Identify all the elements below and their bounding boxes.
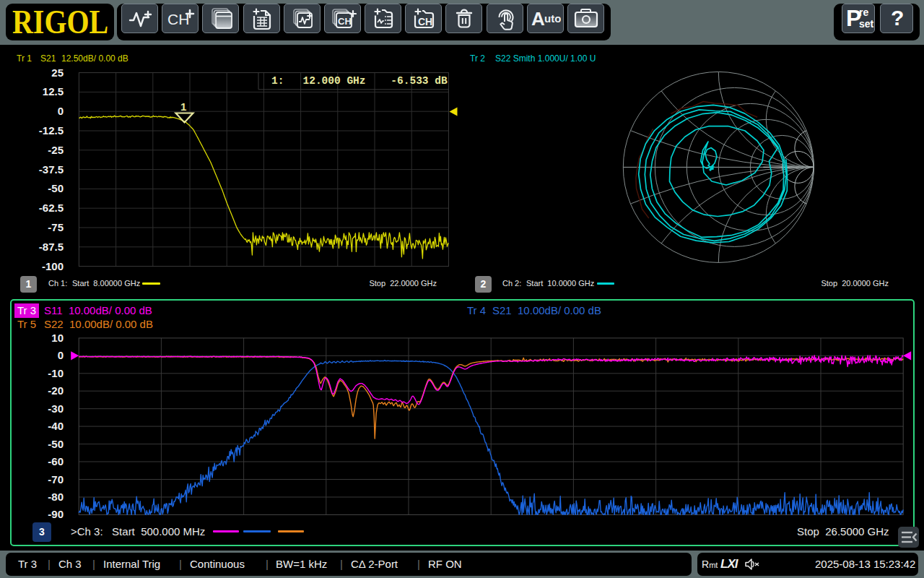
svg-text:CH: CH bbox=[338, 16, 352, 27]
svg-text:A: A bbox=[531, 8, 545, 30]
svg-text:CH: CH bbox=[418, 16, 432, 27]
svg-text:uto: uto bbox=[544, 12, 561, 25]
